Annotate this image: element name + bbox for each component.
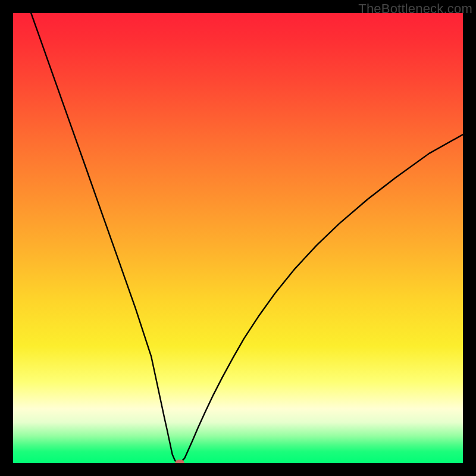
minimum-marker-icon (175, 460, 184, 464)
plot-area (13, 13, 463, 463)
bottleneck-curve (13, 13, 463, 463)
watermark-text: TheBottleneck.com (358, 1, 472, 17)
chart-frame: TheBottleneck.com (0, 0, 476, 476)
